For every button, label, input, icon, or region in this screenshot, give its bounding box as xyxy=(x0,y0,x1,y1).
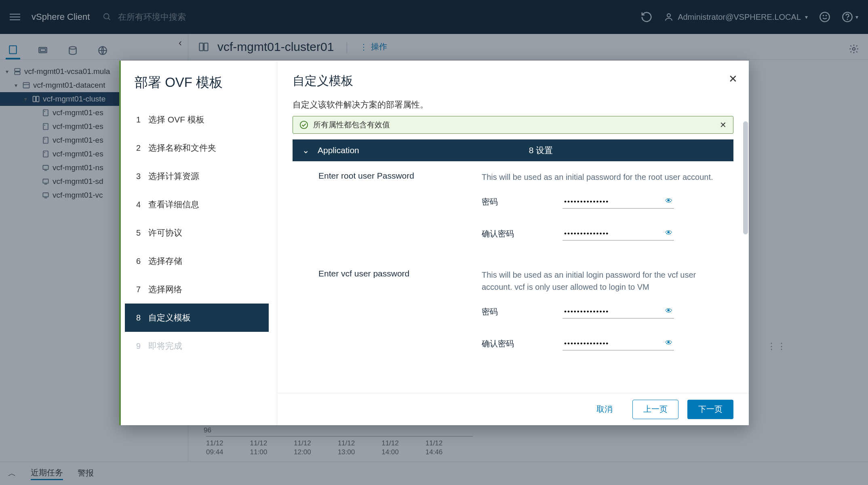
step-label: 查看详细信息 xyxy=(148,199,199,210)
step-label: 许可协议 xyxy=(148,227,182,238)
field-label: Enter root user Password xyxy=(318,171,482,259)
step-title: 自定义模板 xyxy=(293,73,733,89)
wizard-footer: 取消 上一页 下一页 xyxy=(277,393,749,425)
step-number: 1 xyxy=(136,115,148,124)
step-label: 即将完成 xyxy=(148,340,182,352)
wizard-step-7[interactable]: 7选择网络 xyxy=(135,275,269,304)
step-number: 5 xyxy=(136,228,148,238)
step-number: 2 xyxy=(136,143,148,153)
confirm-password-label: 确认密码 xyxy=(482,338,530,349)
step-number: 7 xyxy=(136,285,148,294)
step-number: 6 xyxy=(136,257,148,266)
step-label: 选择网络 xyxy=(148,284,182,295)
check-circle-icon xyxy=(299,120,308,129)
root-password-input[interactable] xyxy=(563,195,674,209)
section-count: 8 设置 xyxy=(529,145,553,156)
step-subtitle: 自定义该软件解决方案的部署属性。 xyxy=(293,99,733,110)
eye-icon[interactable]: 👁 xyxy=(665,197,672,205)
eye-icon[interactable]: 👁 xyxy=(665,339,672,347)
wizard-step-9: 9即将完成 xyxy=(135,332,269,360)
wizard-step-4[interactable]: 4查看详细信息 xyxy=(135,190,269,219)
step-label: 选择存储 xyxy=(148,255,182,267)
wizard-nav: 部署 OVF 模板 1选择 OVF 模板2选择名称和文件夹3选择计算资源4查看详… xyxy=(119,61,277,425)
eye-icon[interactable]: 👁 xyxy=(665,307,672,315)
step-number: 9 xyxy=(136,342,148,351)
vcf-password-confirm-input[interactable] xyxy=(563,337,674,350)
form-row-root-pw: Enter root user Password This will be us… xyxy=(293,161,733,259)
back-button[interactable]: 上一页 xyxy=(632,400,678,419)
root-password-confirm-input[interactable] xyxy=(563,227,674,240)
step-label: 自定义模板 xyxy=(148,312,191,323)
collapse-sidebar-button[interactable]: ‹ xyxy=(179,37,182,48)
modal-body: 部署 OVF 模板 1选择 OVF 模板2选择名称和文件夹3选择计算资源4查看详… xyxy=(119,61,749,425)
cancel-button[interactable]: 取消 xyxy=(586,400,624,419)
close-button[interactable]: ✕ xyxy=(729,73,737,85)
chevron-down-icon: ⌄ xyxy=(302,146,310,155)
step-label: 选择名称和文件夹 xyxy=(148,142,216,154)
section-application-header[interactable]: ⌄ Application 8 设置 xyxy=(293,139,733,161)
wizard-step-3[interactable]: 3选择计算资源 xyxy=(135,162,269,190)
step-label: 选择计算资源 xyxy=(148,171,199,182)
wizard-content-inner: 自定义模板 自定义该软件解决方案的部署属性。 所有属性都包含有效值 ✕ ⌄ Ap… xyxy=(277,61,749,393)
password-label: 密码 xyxy=(482,306,530,317)
scrollbar[interactable] xyxy=(743,121,748,234)
step-number: 3 xyxy=(136,172,148,181)
close-banner-icon[interactable]: ✕ xyxy=(720,120,727,130)
wizard-step-1[interactable]: 1选择 OVF 模板 xyxy=(135,105,269,134)
form-row-vcf-pw: Enter vcf user password This will be use… xyxy=(293,259,733,369)
step-label: 选择 OVF 模板 xyxy=(148,114,204,125)
svg-point-37 xyxy=(300,121,308,129)
wizard-content: ✕ 自定义模板 自定义该软件解决方案的部署属性。 所有属性都包含有效值 ✕ ⌄ … xyxy=(277,61,749,425)
section-body: Enter root user Password This will be us… xyxy=(293,161,733,379)
field-description: This will be used as an initial login pa… xyxy=(482,269,724,293)
next-button[interactable]: 下一页 xyxy=(687,400,733,419)
step-number: 8 xyxy=(136,313,148,323)
wizard-step-6[interactable]: 6选择存储 xyxy=(135,247,269,275)
wizard-title: 部署 OVF 模板 xyxy=(135,74,269,92)
modal-backdrop: 部署 OVF 模板 1选择 OVF 模板2选择名称和文件夹3选择计算资源4查看详… xyxy=(0,0,868,485)
deploy-ovf-modal: 部署 OVF 模板 1选择 OVF 模板2选择名称和文件夹3选择计算资源4查看详… xyxy=(119,61,749,425)
success-text: 所有属性都包含有效值 xyxy=(313,120,390,130)
password-label: 密码 xyxy=(482,196,530,207)
wizard-step-8[interactable]: 8自定义模板 xyxy=(125,304,269,332)
field-description: This will be used as an initial password… xyxy=(482,171,724,183)
vcf-password-input[interactable] xyxy=(563,305,674,318)
eye-icon[interactable]: 👁 xyxy=(665,229,672,237)
section-name: Application xyxy=(318,146,359,155)
step-number: 4 xyxy=(136,200,148,209)
success-banner: 所有属性都包含有效值 ✕ xyxy=(293,116,733,134)
field-label: Enter vcf user password xyxy=(318,269,482,369)
wizard-step-5[interactable]: 5许可协议 xyxy=(135,219,269,247)
confirm-password-label: 确认密码 xyxy=(482,228,530,239)
wizard-step-2[interactable]: 2选择名称和文件夹 xyxy=(135,134,269,162)
